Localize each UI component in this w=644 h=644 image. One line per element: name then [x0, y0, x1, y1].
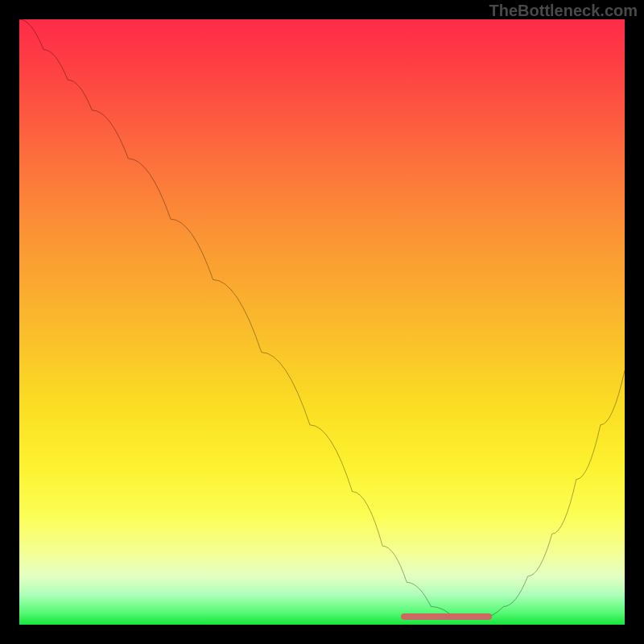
plot-area [19, 19, 625, 625]
curve-svg [19, 19, 625, 625]
bottleneck-curve-path [19, 19, 625, 618]
watermark-text: TheBottleneck.com [489, 2, 638, 20]
minimum-marker [401, 613, 492, 620]
chart-container: TheBottleneck.com [0, 0, 644, 644]
